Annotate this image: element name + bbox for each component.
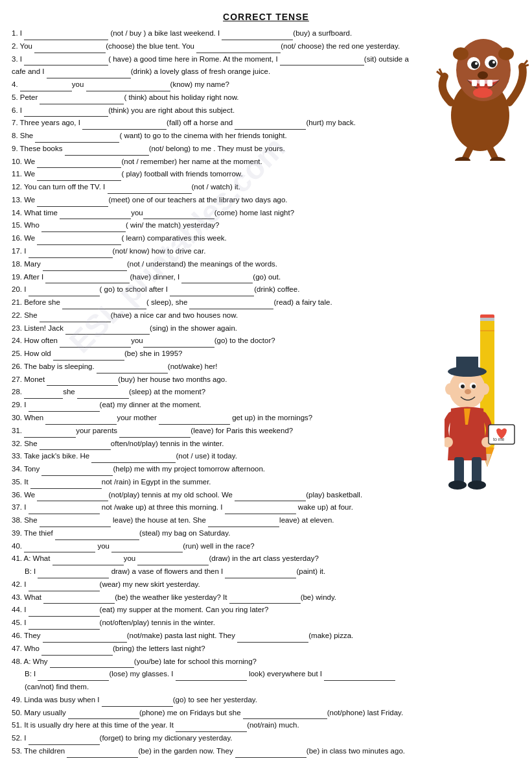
blank bbox=[29, 621, 100, 630]
sentence-41a: 41. A: What you (draw) in the art class … bbox=[12, 552, 417, 565]
svg-rect-29 bbox=[456, 357, 478, 373]
sentence-16: 16. We ( learn) comparatives this week. bbox=[12, 232, 417, 245]
sentence-7: 7. Three years ago, I (fall) off a horse… bbox=[12, 117, 417, 130]
blank bbox=[40, 314, 111, 322]
sentence-42: 42. I (wear) my new skirt yesterday. bbox=[12, 578, 417, 591]
sentence-24: 24. How often you(go) to the doctor? bbox=[12, 335, 417, 348]
svg-rect-25 bbox=[480, 318, 494, 321]
svg-rect-11 bbox=[472, 80, 477, 86]
svg-point-8 bbox=[475, 62, 478, 65]
blank bbox=[37, 237, 121, 245]
blank bbox=[43, 595, 115, 604]
blank bbox=[24, 108, 108, 117]
blank bbox=[108, 185, 192, 194]
blank bbox=[29, 250, 113, 258]
blank bbox=[324, 672, 395, 681]
sentence-19: 19. After I (have) dinner, I (go) out. bbox=[12, 271, 417, 284]
sentence-41b: B: I draw) a vase of flowers and then I … bbox=[12, 565, 417, 578]
blank bbox=[34, 45, 106, 53]
blank bbox=[24, 390, 63, 399]
sentence-53a: 53. The children (be) in the garden now.… bbox=[12, 745, 417, 758]
blank bbox=[196, 45, 281, 53]
sentence-29: 29. I (eat) my dinner at the moment. bbox=[12, 399, 417, 412]
blank bbox=[29, 288, 100, 296]
blank bbox=[176, 672, 247, 681]
blank bbox=[43, 263, 127, 271]
blank bbox=[37, 172, 121, 181]
sentence-2: 2. You (choose) the blue tent. You (not/… bbox=[12, 40, 417, 53]
blank bbox=[29, 403, 100, 412]
sentence-11: 11. We ( play) football with friends tom… bbox=[12, 168, 417, 181]
blank bbox=[143, 339, 214, 348]
sentence-21: 21. Before she ( sleep), she (read) a fa… bbox=[12, 296, 417, 309]
blank bbox=[225, 506, 296, 514]
sentence-25: 25. How old (be) she in 1995? bbox=[12, 348, 417, 361]
taz-cartoon bbox=[432, 18, 529, 161]
sentence-47: 47. Who (bring) the letters last night? bbox=[12, 643, 417, 656]
blank bbox=[97, 365, 168, 373]
sentence-9: 9. These books (not/ belong) to me . The… bbox=[12, 143, 417, 156]
blank bbox=[65, 326, 150, 335]
blank bbox=[50, 659, 134, 668]
blank bbox=[37, 198, 108, 207]
blank bbox=[176, 724, 247, 732]
sentence-20: 20. I ( go) to school after I (drink) co… bbox=[12, 283, 417, 296]
sentence-37: 37. I not /wake up) at three this mornin… bbox=[12, 501, 417, 514]
blank bbox=[29, 583, 100, 591]
blank bbox=[86, 83, 170, 91]
svg-point-10 bbox=[478, 71, 488, 79]
blank bbox=[170, 288, 254, 296]
blank bbox=[41, 224, 126, 232]
blank bbox=[243, 711, 327, 719]
sentence-38: 38. She leave) the house at ten. She lea… bbox=[12, 514, 417, 527]
svg-point-20 bbox=[473, 88, 492, 98]
sentence-1: 1. I (not / buy ) a bike last weekend. I… bbox=[12, 27, 417, 40]
blank bbox=[111, 544, 183, 552]
blank bbox=[222, 32, 293, 40]
svg-point-35 bbox=[445, 383, 454, 395]
svg-point-33 bbox=[472, 385, 476, 388]
blank bbox=[40, 96, 124, 104]
blank bbox=[30, 480, 102, 489]
blank bbox=[68, 711, 139, 719]
sentence-52: 52. I (forget) to bring my dictionary ye… bbox=[12, 732, 417, 745]
svg-rect-41 bbox=[472, 457, 481, 483]
blank bbox=[225, 570, 296, 578]
blank bbox=[119, 429, 191, 438]
sentence-28: 28. she (sleep) at the moment? bbox=[12, 386, 417, 399]
blank bbox=[62, 301, 146, 309]
svg-point-43 bbox=[468, 480, 486, 490]
blank bbox=[91, 455, 176, 463]
blank bbox=[38, 672, 109, 681]
sentence-43: 43. What (be) the weather like yesterday… bbox=[12, 591, 417, 604]
blank bbox=[40, 519, 111, 527]
sentence-22: 22. She (have) a nice car and two houses… bbox=[12, 309, 417, 322]
blank bbox=[143, 211, 214, 219]
sentence-15: 15. Who ( win/ the match) yesterday? bbox=[12, 219, 417, 232]
blank bbox=[45, 275, 130, 283]
blank bbox=[53, 352, 124, 361]
sentence-4: 4. you (know) my name? bbox=[12, 78, 417, 91]
blank bbox=[181, 275, 253, 283]
sentence-36: 36. We (not/play) tennis at my old schoo… bbox=[12, 489, 417, 502]
sentence-44: 44. I (eat) my supper at the moment. Can… bbox=[12, 604, 417, 617]
sentence-48b: B: I (lose) my glasses. I look) everywhe… bbox=[12, 668, 417, 694]
blank bbox=[41, 647, 113, 656]
sentence-39: 39. The thief (steal) my bag on Saturday… bbox=[12, 527, 417, 540]
blank bbox=[38, 570, 109, 578]
svg-text:to me: to me bbox=[493, 437, 505, 442]
sentence-33: 33. Take jack's bike. He (not / use) it … bbox=[12, 450, 417, 463]
sentence-34: 34. Tony (help) me with my project tomor… bbox=[12, 463, 417, 476]
sentence-27: 27. Monet (buy) her house two months ago… bbox=[12, 373, 417, 386]
blank bbox=[67, 750, 138, 758]
blank bbox=[41, 468, 113, 476]
svg-point-3 bbox=[498, 47, 514, 60]
sentence-32: 32. She often/not/play) tennis in the wi… bbox=[12, 438, 417, 451]
sentence-3: 3. I ( have) a good time here in Rome. A… bbox=[12, 53, 417, 79]
blank bbox=[229, 595, 301, 604]
blank bbox=[24, 544, 95, 552]
blank bbox=[29, 608, 100, 617]
blank bbox=[37, 493, 108, 501]
blank bbox=[47, 377, 118, 386]
svg-rect-13 bbox=[487, 80, 492, 86]
